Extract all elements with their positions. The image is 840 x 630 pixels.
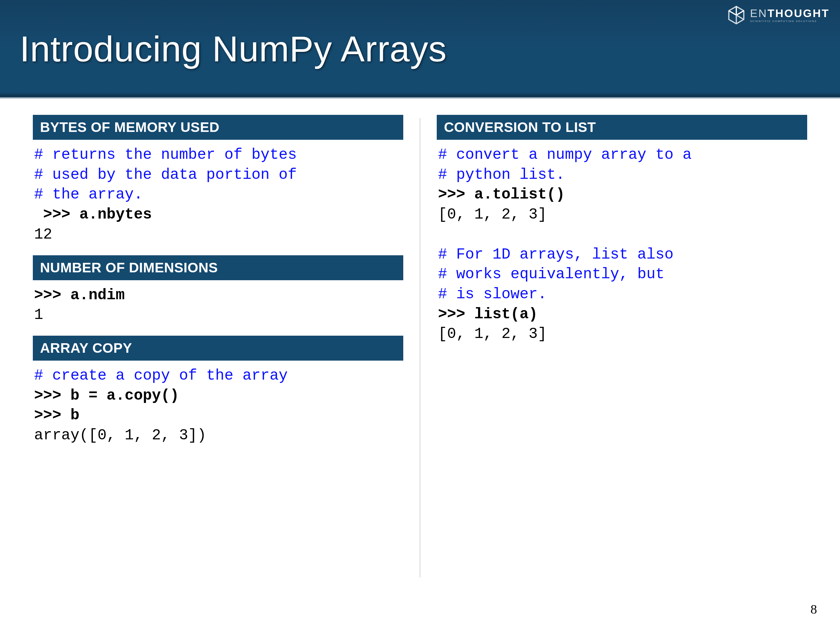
title-bar: Introducing NumPy Arrays ENTHOUGHT SCIEN…: [0, 0, 840, 98]
right-column: CONVERSION TO LIST # convert a numpy arr…: [427, 115, 817, 578]
section-header-ndim: NUMBER OF DIMENSIONS: [33, 255, 403, 280]
slide: Introducing NumPy Arrays ENTHOUGHT SCIEN…: [0, 0, 840, 630]
page-number: 8: [810, 602, 817, 617]
code-block-ndim: >>> a.ndim 1: [33, 284, 403, 336]
left-column: BYTES OF MEMORY USED # returns the numbe…: [23, 115, 413, 578]
column-divider: [420, 118, 420, 578]
section-header-bytes: BYTES OF MEMORY USED: [33, 115, 403, 140]
code-block-bytes: # returns the number of bytes # used by …: [33, 143, 403, 255]
code-block-copy: # create a copy of the array >>> b = a.c…: [33, 364, 403, 456]
section-header-tolist: CONVERSION TO LIST: [437, 115, 807, 140]
logo-text: ENTHOUGHT SCIENTIFIC COMPUTING SOLUTIONS: [750, 8, 829, 23]
section-header-copy: ARRAY COPY: [33, 336, 403, 361]
slide-title: Introducing NumPy Arrays: [20, 28, 447, 69]
content-area: BYTES OF MEMORY USED # returns the numbe…: [0, 98, 840, 578]
logo-tagline: SCIENTIFIC COMPUTING SOLUTIONS: [750, 20, 829, 23]
logo-brand: ENTHOUGHT: [750, 8, 829, 19]
brand-logo: ENTHOUGHT SCIENTIFIC COMPUTING SOLUTIONS: [726, 5, 829, 25]
logo-icon: [726, 5, 746, 25]
code-block-tolist: # convert a numpy array to a # python li…: [437, 143, 807, 355]
